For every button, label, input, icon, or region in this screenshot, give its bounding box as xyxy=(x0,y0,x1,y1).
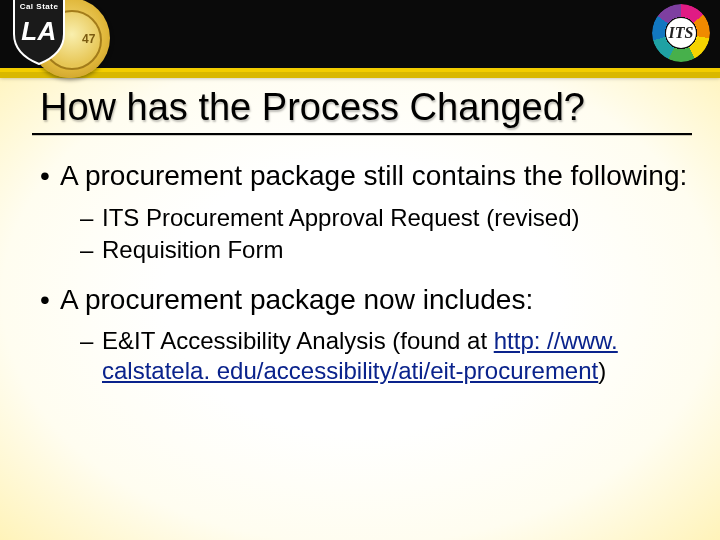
its-label: ITS xyxy=(652,4,710,62)
header-banner: 19 47 Cal State LA ITS xyxy=(0,0,720,72)
university-seal-icon xyxy=(30,0,110,78)
its-logo: ITS xyxy=(652,4,710,62)
bullet-item: A procurement package now includes: E&IT… xyxy=(60,283,688,387)
bullet-list: A procurement package still contains the… xyxy=(40,159,688,386)
slide-content: How has the Process Changed? A procureme… xyxy=(0,86,720,386)
sub-bullet-list: ITS Procurement Approval Request (revise… xyxy=(78,203,688,265)
sub-bullet-text: ITS Procurement Approval Request (revise… xyxy=(102,204,580,231)
seal-year-right: 47 xyxy=(82,32,95,46)
bullet-text: A procurement package still contains the… xyxy=(60,160,687,191)
sub-bullet-text: E&IT Accessibility Analysis (found at xyxy=(102,327,494,354)
badge-top-label: Cal State xyxy=(12,2,66,11)
title-underline xyxy=(32,133,692,135)
calstate-la-badge: 19 47 Cal State LA xyxy=(12,0,104,80)
bullet-item: A procurement package still contains the… xyxy=(60,159,688,265)
slide-title: How has the Process Changed? xyxy=(40,86,688,129)
bullet-text: A procurement package now includes: xyxy=(60,284,533,315)
sub-bullet-item: E&IT Accessibility Analysis (found at ht… xyxy=(102,326,688,386)
sub-bullet-list: E&IT Accessibility Analysis (found at ht… xyxy=(78,326,688,386)
shield-icon: Cal State LA xyxy=(12,0,66,66)
sub-bullet-after: ) xyxy=(598,357,606,384)
slide: 19 47 Cal State LA ITS How has the Proce… xyxy=(0,0,720,540)
seal-year-left: 19 xyxy=(48,32,61,46)
sub-bullet-item: ITS Procurement Approval Request (revise… xyxy=(102,203,688,233)
sub-bullet-item: Requisition Form xyxy=(102,235,688,265)
university-seal-inner-icon xyxy=(42,10,102,70)
badge-main-label: LA xyxy=(12,18,66,44)
sub-bullet-text: Requisition Form xyxy=(102,236,283,263)
